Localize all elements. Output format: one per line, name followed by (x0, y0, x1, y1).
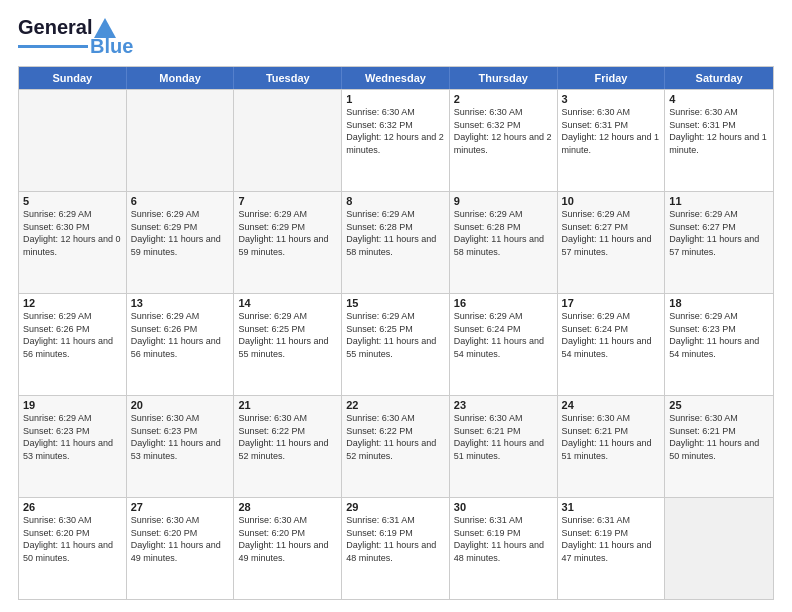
day-number: 11 (669, 195, 769, 207)
day-info: Sunrise: 6:29 AMSunset: 6:29 PMDaylight:… (238, 208, 337, 258)
day-info: Sunrise: 6:29 AMSunset: 6:24 PMDaylight:… (454, 310, 553, 360)
calendar-cell: 22Sunrise: 6:30 AMSunset: 6:22 PMDayligh… (342, 396, 450, 497)
day-number: 19 (23, 399, 122, 411)
day-info: Sunrise: 6:30 AMSunset: 6:31 PMDaylight:… (562, 106, 661, 156)
calendar-cell: 24Sunrise: 6:30 AMSunset: 6:21 PMDayligh… (558, 396, 666, 497)
calendar-cell: 30Sunrise: 6:31 AMSunset: 6:19 PMDayligh… (450, 498, 558, 599)
day-number: 2 (454, 93, 553, 105)
day-number: 17 (562, 297, 661, 309)
day-number: 27 (131, 501, 230, 513)
day-number: 24 (562, 399, 661, 411)
calendar: SundayMondayTuesdayWednesdayThursdayFrid… (18, 66, 774, 600)
calendar-header-cell: Tuesday (234, 67, 342, 89)
calendar-cell: 23Sunrise: 6:30 AMSunset: 6:21 PMDayligh… (450, 396, 558, 497)
calendar-cell: 10Sunrise: 6:29 AMSunset: 6:27 PMDayligh… (558, 192, 666, 293)
day-number: 6 (131, 195, 230, 207)
calendar-cell: 5Sunrise: 6:29 AMSunset: 6:30 PMDaylight… (19, 192, 127, 293)
calendar-header-cell: Friday (558, 67, 666, 89)
calendar-cell: 12Sunrise: 6:29 AMSunset: 6:26 PMDayligh… (19, 294, 127, 395)
calendar-row: 5Sunrise: 6:29 AMSunset: 6:30 PMDaylight… (19, 191, 773, 293)
calendar-cell: 11Sunrise: 6:29 AMSunset: 6:27 PMDayligh… (665, 192, 773, 293)
page-header: General Blue (18, 16, 774, 58)
calendar-cell: 8Sunrise: 6:29 AMSunset: 6:28 PMDaylight… (342, 192, 450, 293)
day-number: 5 (23, 195, 122, 207)
day-number: 20 (131, 399, 230, 411)
calendar-row: 1Sunrise: 6:30 AMSunset: 6:32 PMDaylight… (19, 89, 773, 191)
day-info: Sunrise: 6:30 AMSunset: 6:21 PMDaylight:… (562, 412, 661, 462)
calendar-cell: 6Sunrise: 6:29 AMSunset: 6:29 PMDaylight… (127, 192, 235, 293)
day-info: Sunrise: 6:29 AMSunset: 6:28 PMDaylight:… (454, 208, 553, 258)
day-info: Sunrise: 6:30 AMSunset: 6:20 PMDaylight:… (23, 514, 122, 564)
calendar-cell: 25Sunrise: 6:30 AMSunset: 6:21 PMDayligh… (665, 396, 773, 497)
calendar-cell-empty (19, 90, 127, 191)
day-number: 28 (238, 501, 337, 513)
day-info: Sunrise: 6:29 AMSunset: 6:23 PMDaylight:… (669, 310, 769, 360)
day-number: 7 (238, 195, 337, 207)
calendar-cell: 2Sunrise: 6:30 AMSunset: 6:32 PMDaylight… (450, 90, 558, 191)
day-info: Sunrise: 6:29 AMSunset: 6:24 PMDaylight:… (562, 310, 661, 360)
day-info: Sunrise: 6:29 AMSunset: 6:27 PMDaylight:… (562, 208, 661, 258)
day-info: Sunrise: 6:31 AMSunset: 6:19 PMDaylight:… (562, 514, 661, 564)
logo: General Blue (18, 16, 133, 58)
calendar-cell: 4Sunrise: 6:30 AMSunset: 6:31 PMDaylight… (665, 90, 773, 191)
day-number: 8 (346, 195, 445, 207)
calendar-cell-empty (665, 498, 773, 599)
day-info: Sunrise: 6:31 AMSunset: 6:19 PMDaylight:… (454, 514, 553, 564)
calendar-header-cell: Monday (127, 67, 235, 89)
calendar-header-cell: Saturday (665, 67, 773, 89)
day-info: Sunrise: 6:30 AMSunset: 6:20 PMDaylight:… (131, 514, 230, 564)
day-number: 1 (346, 93, 445, 105)
day-info: Sunrise: 6:30 AMSunset: 6:22 PMDaylight:… (346, 412, 445, 462)
day-info: Sunrise: 6:29 AMSunset: 6:26 PMDaylight:… (131, 310, 230, 360)
calendar-cell: 21Sunrise: 6:30 AMSunset: 6:22 PMDayligh… (234, 396, 342, 497)
day-number: 22 (346, 399, 445, 411)
calendar-header-cell: Wednesday (342, 67, 450, 89)
day-info: Sunrise: 6:31 AMSunset: 6:19 PMDaylight:… (346, 514, 445, 564)
day-number: 21 (238, 399, 337, 411)
day-number: 16 (454, 297, 553, 309)
day-number: 10 (562, 195, 661, 207)
calendar-row: 12Sunrise: 6:29 AMSunset: 6:26 PMDayligh… (19, 293, 773, 395)
day-number: 9 (454, 195, 553, 207)
day-info: Sunrise: 6:30 AMSunset: 6:32 PMDaylight:… (454, 106, 553, 156)
day-number: 31 (562, 501, 661, 513)
calendar-cell: 16Sunrise: 6:29 AMSunset: 6:24 PMDayligh… (450, 294, 558, 395)
calendar-cell: 17Sunrise: 6:29 AMSunset: 6:24 PMDayligh… (558, 294, 666, 395)
day-number: 18 (669, 297, 769, 309)
calendar-cell: 14Sunrise: 6:29 AMSunset: 6:25 PMDayligh… (234, 294, 342, 395)
day-number: 15 (346, 297, 445, 309)
day-info: Sunrise: 6:29 AMSunset: 6:25 PMDaylight:… (238, 310, 337, 360)
calendar-cell: 7Sunrise: 6:29 AMSunset: 6:29 PMDaylight… (234, 192, 342, 293)
calendar-cell: 28Sunrise: 6:30 AMSunset: 6:20 PMDayligh… (234, 498, 342, 599)
day-number: 14 (238, 297, 337, 309)
calendar-body: 1Sunrise: 6:30 AMSunset: 6:32 PMDaylight… (19, 89, 773, 599)
calendar-cell: 20Sunrise: 6:30 AMSunset: 6:23 PMDayligh… (127, 396, 235, 497)
calendar-header-cell: Sunday (19, 67, 127, 89)
svg-rect-1 (18, 45, 88, 48)
day-info: Sunrise: 6:30 AMSunset: 6:23 PMDaylight:… (131, 412, 230, 462)
logo-underline (18, 45, 88, 49)
logo-blue: Blue (90, 35, 133, 58)
day-info: Sunrise: 6:30 AMSunset: 6:31 PMDaylight:… (669, 106, 769, 156)
calendar-cell: 26Sunrise: 6:30 AMSunset: 6:20 PMDayligh… (19, 498, 127, 599)
calendar-cell-empty (127, 90, 235, 191)
calendar-row: 26Sunrise: 6:30 AMSunset: 6:20 PMDayligh… (19, 497, 773, 599)
day-info: Sunrise: 6:29 AMSunset: 6:26 PMDaylight:… (23, 310, 122, 360)
day-info: Sunrise: 6:30 AMSunset: 6:32 PMDaylight:… (346, 106, 445, 156)
day-info: Sunrise: 6:29 AMSunset: 6:30 PMDaylight:… (23, 208, 122, 258)
day-number: 26 (23, 501, 122, 513)
calendar-cell: 18Sunrise: 6:29 AMSunset: 6:23 PMDayligh… (665, 294, 773, 395)
calendar-cell: 19Sunrise: 6:29 AMSunset: 6:23 PMDayligh… (19, 396, 127, 497)
day-number: 12 (23, 297, 122, 309)
calendar-cell: 15Sunrise: 6:29 AMSunset: 6:25 PMDayligh… (342, 294, 450, 395)
day-number: 13 (131, 297, 230, 309)
calendar-cell: 9Sunrise: 6:29 AMSunset: 6:28 PMDaylight… (450, 192, 558, 293)
day-number: 30 (454, 501, 553, 513)
day-info: Sunrise: 6:30 AMSunset: 6:20 PMDaylight:… (238, 514, 337, 564)
calendar-cell: 13Sunrise: 6:29 AMSunset: 6:26 PMDayligh… (127, 294, 235, 395)
calendar-cell: 27Sunrise: 6:30 AMSunset: 6:20 PMDayligh… (127, 498, 235, 599)
day-info: Sunrise: 6:29 AMSunset: 6:27 PMDaylight:… (669, 208, 769, 258)
calendar-cell: 29Sunrise: 6:31 AMSunset: 6:19 PMDayligh… (342, 498, 450, 599)
day-info: Sunrise: 6:29 AMSunset: 6:23 PMDaylight:… (23, 412, 122, 462)
calendar-cell: 3Sunrise: 6:30 AMSunset: 6:31 PMDaylight… (558, 90, 666, 191)
